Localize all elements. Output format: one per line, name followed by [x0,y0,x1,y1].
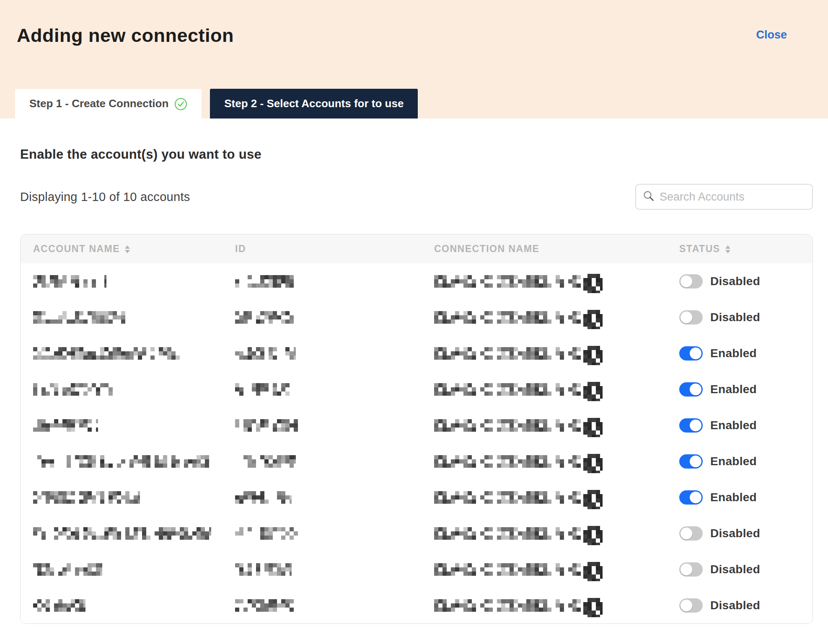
redacted-connection-icon [583,598,603,617]
table-body: Disabled Disabled Enable [21,263,812,623]
column-header-connection-name[interactable]: CONNECTION NAME [434,243,679,255]
redacted-account-id [235,275,297,288]
redacted-connection-name [434,311,581,324]
status-toggle[interactable] [679,490,703,505]
redacted-connection-name [434,527,581,540]
toggle-knob [681,528,692,539]
status-label: Disabled [710,563,760,576]
tab-step2-select-accounts[interactable]: Step 2 - Select Accounts for to use [210,89,418,118]
table-row: Disabled [21,551,812,587]
accounts-table: ACCOUNT NAME ID CONNECTION NAME STATUS [20,234,813,624]
toggle-knob [690,348,701,359]
status-toggle[interactable] [679,562,703,577]
modal-header: Adding new connection Close Step 1 - Cre… [0,0,828,118]
table-row: Disabled [21,587,812,623]
table-row: Disabled [21,263,812,299]
status-label: Enabled [710,347,757,360]
redacted-account-name [33,563,102,576]
status-label: Disabled [710,275,760,288]
status-toggle[interactable] [679,310,703,325]
redacted-account-name [33,419,98,432]
section-heading: Enable the account(s) you want to use [20,147,813,162]
redacted-connection-name [434,563,581,576]
redacted-connection-name [434,347,581,360]
toggle-knob [681,564,692,575]
redacted-account-id [235,311,298,324]
toggle-knob [690,420,701,431]
status-label: Enabled [710,419,757,432]
redacted-connection-icon [583,490,603,509]
content-area: Enable the account(s) you want to use Di… [0,147,828,624]
column-header-id[interactable]: ID [235,243,434,255]
redacted-account-name [33,527,211,540]
redacted-account-id [235,419,298,432]
list-controls: Displaying 1-10 of 10 accounts [20,184,813,210]
step-tabs: Step 1 - Create Connection Step 2 - Sele… [15,89,418,118]
redacted-connection-name [434,599,581,612]
redacted-connection-icon [583,526,603,545]
search-input[interactable] [660,191,805,204]
redacted-account-name [33,347,180,360]
status-label: Disabled [710,311,760,324]
redacted-connection-name [434,419,581,432]
redacted-connection-icon [583,382,603,401]
status-toggle[interactable] [679,454,703,469]
redacted-account-name [33,383,113,396]
redacted-connection-icon [583,562,603,581]
redacted-connection-icon [583,310,603,329]
table-row: Disabled [21,515,812,551]
table-row: Enabled [21,371,812,407]
redacted-account-id [235,527,298,540]
redacted-account-name [33,491,140,504]
status-toggle[interactable] [679,418,703,433]
redacted-account-name [33,599,85,612]
redacted-account-name [33,455,211,468]
tab-step1-label: Step 1 - Create Connection [29,97,168,110]
toggle-knob [690,456,701,467]
table-row: Enabled [21,479,812,515]
status-label: Disabled [710,599,760,612]
column-header-account-name[interactable]: ACCOUNT NAME [21,243,235,255]
search-accounts-box[interactable] [635,184,813,210]
toggle-knob [690,492,701,503]
status-toggle[interactable] [679,382,703,397]
toggle-knob [681,312,692,323]
status-toggle[interactable] [679,346,703,361]
redacted-account-id [235,383,294,396]
redacted-connection-name [434,383,581,396]
column-header-status[interactable]: STATUS [679,243,812,255]
redacted-account-id [235,455,296,468]
tab-step2-label: Step 2 - Select Accounts for to use [224,97,404,110]
table-row: Enabled [21,443,812,479]
results-count: Displaying 1-10 of 10 accounts [20,190,190,204]
status-toggle[interactable] [679,598,703,613]
redacted-connection-icon [583,418,603,437]
status-toggle[interactable] [679,274,703,289]
redacted-connection-name [434,275,581,288]
status-toggle[interactable] [679,526,703,541]
redacted-connection-name [434,491,581,504]
status-label: Enabled [710,455,757,468]
sort-arrows-icon[interactable] [724,245,731,254]
redacted-connection-icon [583,454,603,473]
redacted-connection-icon [583,274,603,293]
redacted-connection-name [434,455,581,468]
table-row: Disabled [21,299,812,335]
status-label: Enabled [710,491,757,504]
redacted-account-id [235,347,296,360]
redacted-account-name [33,311,129,324]
check-circle-icon [174,98,187,111]
table-row: Enabled [21,407,812,443]
page-title: Adding new connection [17,26,234,45]
sort-arrows-icon[interactable] [124,245,131,254]
toggle-knob [681,276,692,287]
redacted-connection-icon [583,346,603,365]
close-button[interactable]: Close [756,28,787,41]
redacted-account-id [235,491,292,504]
search-icon [643,190,655,204]
redacted-account-id [235,563,292,576]
table-row: Enabled [21,335,812,371]
toggle-knob [681,600,692,611]
redacted-account-id [235,599,294,612]
tab-step1-create-connection[interactable]: Step 1 - Create Connection [15,89,202,118]
